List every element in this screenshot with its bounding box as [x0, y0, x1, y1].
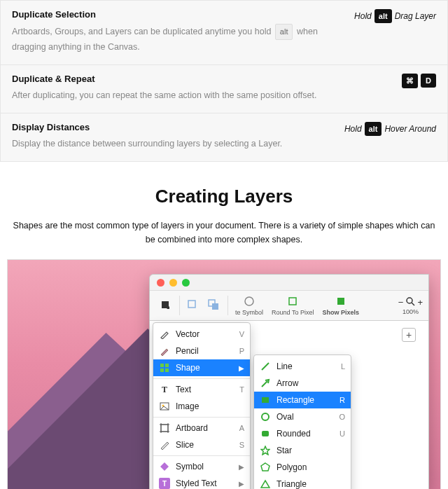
svg-rect-15 [161, 425, 168, 432]
tip-title: Duplicate Selection [12, 9, 346, 20]
menu-item-artboard[interactable]: Artboard A [153, 420, 250, 436]
svg-rect-24 [262, 431, 269, 436]
menu-item-vector[interactable]: Vector V [153, 326, 250, 343]
screenshot-illustration: te Symbol Round To Pixel Show Pixels − +… [7, 259, 441, 489]
shape-icon [159, 362, 170, 373]
submenu-item-star[interactable]: Star [254, 442, 351, 459]
zoom-icon[interactable] [182, 279, 190, 287]
window-titlebar [150, 275, 428, 290]
knife-icon [159, 439, 170, 450]
menu-item-text[interactable]: T Text T [153, 381, 250, 398]
zoom-out-icon[interactable]: − [398, 297, 404, 308]
insert-tool[interactable] [155, 291, 176, 320]
minimize-icon[interactable] [169, 279, 177, 287]
create-symbol-button[interactable]: te Symbol [231, 291, 267, 320]
tip-title: Duplicate & Repeat [12, 74, 393, 84]
svg-rect-3 [212, 303, 218, 310]
image-icon [159, 401, 170, 412]
alt-key: alt [365, 122, 382, 136]
submenu-item-line[interactable]: Line L [254, 358, 351, 375]
tip-duplicate-repeat: Duplicate & Repeat After duplicating, yo… [0, 65, 448, 113]
polygon-icon [260, 462, 271, 473]
close-icon[interactable] [157, 279, 164, 287]
text-icon: T [159, 384, 170, 395]
sketch-window: te Symbol Round To Pixel Show Pixels − +… [149, 274, 429, 489]
menu-item-styled-text[interactable]: T Styled Text ▶ [153, 475, 250, 489]
svg-rect-12 [165, 369, 169, 372]
svg-rect-11 [160, 369, 164, 372]
triangle-icon [260, 478, 271, 489]
submenu-item-rectangle[interactable]: Rectangle R [254, 392, 351, 408]
alt-key: alt [374, 9, 392, 23]
tip-description: After duplicating, you can repeat the sa… [12, 88, 393, 103]
canvas-area[interactable]: + Vector V Pencil P Shape ▶ [150, 321, 428, 489]
svg-rect-5 [289, 298, 296, 305]
symbol-icon [159, 461, 170, 472]
svg-line-8 [412, 303, 414, 305]
tip-text: Display Distances Display the distance b… [12, 122, 344, 151]
show-pixels-button[interactable]: Show Pixels [318, 291, 363, 320]
insert-menu: Vector V Pencil P Shape ▶ T Text T [153, 322, 251, 489]
menu-item-pencil[interactable]: Pencil P [153, 343, 250, 359]
svg-line-21 [262, 381, 267, 387]
tip-shortcut: ⌘ D [402, 74, 436, 88]
submenu-item-oval[interactable]: Oval O [254, 408, 351, 425]
toolbar: te Symbol Round To Pixel Show Pixels − +… [150, 290, 428, 321]
cmd-key: ⌘ [402, 74, 418, 88]
ungroup-tool[interactable] [204, 291, 225, 320]
submenu-arrow-icon: ▶ [239, 463, 244, 471]
menu-item-shape[interactable]: Shape ▶ [153, 359, 250, 376]
svg-rect-6 [337, 298, 344, 305]
submenu-item-polygon[interactable]: Polygon [254, 459, 351, 476]
svg-rect-10 [165, 364, 169, 367]
tip-title: Display Distances [12, 122, 336, 132]
rounded-rect-icon [260, 428, 271, 439]
section-title: Creating Layers [0, 186, 448, 207]
magnifier-icon [405, 296, 415, 308]
submenu-item-triangle[interactable]: Triangle [254, 476, 351, 489]
svg-rect-22 [262, 397, 269, 403]
svg-rect-1 [188, 301, 195, 308]
group-tool[interactable] [183, 291, 204, 320]
svg-rect-9 [160, 364, 164, 367]
zoom-control[interactable]: − + 100% [398, 296, 423, 315]
tip-display-distances: Display Distances Display the distance b… [0, 113, 448, 162]
rectangle-icon [260, 394, 271, 406]
svg-line-20 [262, 363, 269, 370]
pen-icon [159, 329, 170, 340]
submenu-arrow-icon: ▶ [239, 480, 244, 488]
tip-duplicate-selection: Duplicate Selection Artboards, Groups, a… [0, 0, 448, 65]
line-icon [260, 361, 271, 372]
tip-description: Artboards, Groups, and Layers can be dup… [12, 24, 346, 55]
menu-item-slice[interactable]: Slice S [153, 436, 250, 453]
submenu-item-rounded[interactable]: Rounded U [254, 425, 351, 442]
submenu-item-arrow[interactable]: Arrow [254, 375, 351, 392]
pencil-icon [159, 345, 170, 357]
star-icon [260, 445, 271, 456]
svg-rect-0 [162, 301, 169, 308]
menu-item-image[interactable]: Image [153, 398, 250, 415]
svg-point-7 [407, 298, 412, 303]
section-intro: Shapes are the most common type of layer… [0, 219, 448, 247]
tip-shortcut: Hold alt Hover Around [344, 122, 436, 136]
alt-key-inline: alt [275, 24, 293, 40]
zoom-in-icon[interactable]: + [417, 297, 423, 308]
svg-point-4 [245, 297, 253, 305]
oval-icon [260, 411, 271, 422]
svg-point-23 [262, 413, 269, 420]
styled-text-icon: T [159, 478, 170, 489]
tip-shortcut: Hold alt Drag Layer [354, 9, 436, 23]
arrow-icon [260, 378, 271, 389]
tip-text: Duplicate & Repeat After duplicating, yo… [12, 74, 402, 103]
tip-description: Display the distance between surrounding… [12, 137, 336, 151]
menu-item-symbol[interactable]: Symbol ▶ [153, 458, 250, 475]
round-to-pixel-button[interactable]: Round To Pixel [267, 291, 318, 320]
add-page-button[interactable]: + [402, 328, 416, 342]
tip-text: Duplicate Selection Artboards, Groups, a… [12, 9, 354, 55]
artboard-icon [159, 422, 170, 434]
submenu-arrow-icon: ▶ [239, 364, 244, 372]
d-key: D [421, 74, 436, 88]
shape-submenu: Line L Arrow Rectangle R Oval O [253, 354, 351, 489]
